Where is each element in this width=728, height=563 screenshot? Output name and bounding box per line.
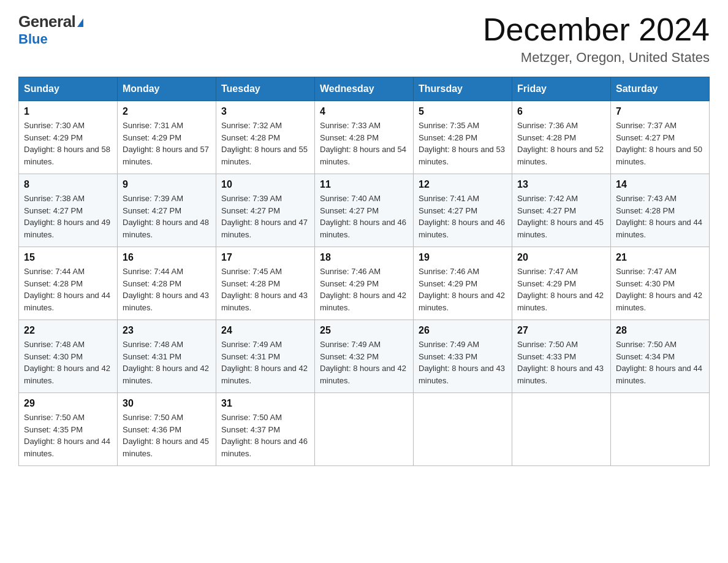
weekday-header-monday: Monday xyxy=(118,77,216,101)
location-title: Metzger, Oregon, United States xyxy=(483,50,710,66)
day-info: Sunrise: 7:37 AMSunset: 4:27 PMDaylight:… xyxy=(616,120,704,167)
day-number: 21 xyxy=(616,252,704,263)
calendar-week-row: 15Sunrise: 7:44 AMSunset: 4:28 PMDayligh… xyxy=(19,247,710,320)
day-number: 2 xyxy=(123,106,211,117)
calendar-cell xyxy=(315,393,414,466)
day-number: 5 xyxy=(419,106,507,117)
weekday-header-thursday: Thursday xyxy=(414,77,512,101)
day-info: Sunrise: 7:32 AMSunset: 4:28 PMDaylight:… xyxy=(221,120,309,167)
day-number: 31 xyxy=(221,398,309,409)
day-number: 23 xyxy=(123,325,211,336)
calendar-cell: 23Sunrise: 7:48 AMSunset: 4:31 PMDayligh… xyxy=(118,320,216,393)
day-info: Sunrise: 7:44 AMSunset: 4:28 PMDaylight:… xyxy=(24,266,112,313)
calendar-cell xyxy=(611,393,710,466)
calendar-week-row: 8Sunrise: 7:38 AMSunset: 4:27 PMDaylight… xyxy=(19,174,710,247)
day-info: Sunrise: 7:47 AMSunset: 4:30 PMDaylight:… xyxy=(616,266,704,313)
day-info: Sunrise: 7:35 AMSunset: 4:28 PMDaylight:… xyxy=(419,120,507,167)
day-info: Sunrise: 7:50 AMSunset: 4:33 PMDaylight:… xyxy=(517,339,605,386)
day-info: Sunrise: 7:36 AMSunset: 4:28 PMDaylight:… xyxy=(517,120,605,167)
day-info: Sunrise: 7:50 AMSunset: 4:37 PMDaylight:… xyxy=(221,412,309,459)
day-info: Sunrise: 7:45 AMSunset: 4:28 PMDaylight:… xyxy=(221,266,309,313)
day-number: 28 xyxy=(616,325,704,336)
calendar-cell: 25Sunrise: 7:49 AMSunset: 4:32 PMDayligh… xyxy=(315,320,414,393)
calendar-cell: 17Sunrise: 7:45 AMSunset: 4:28 PMDayligh… xyxy=(216,247,315,320)
day-info: Sunrise: 7:31 AMSunset: 4:29 PMDaylight:… xyxy=(123,120,211,167)
day-number: 11 xyxy=(320,179,408,190)
weekday-header-saturday: Saturday xyxy=(611,77,710,101)
day-info: Sunrise: 7:41 AMSunset: 4:27 PMDaylight:… xyxy=(419,193,507,240)
title-block: December 2024 Metzger, Oregon, United St… xyxy=(483,12,710,66)
logo-triangle-icon xyxy=(77,18,83,27)
calendar-cell: 15Sunrise: 7:44 AMSunset: 4:28 PMDayligh… xyxy=(19,247,118,320)
calendar-cell xyxy=(414,393,512,466)
day-number: 14 xyxy=(616,179,704,190)
day-number: 4 xyxy=(320,106,408,117)
calendar-cell: 6Sunrise: 7:36 AMSunset: 4:28 PMDaylight… xyxy=(512,101,611,174)
calendar-cell: 1Sunrise: 7:30 AMSunset: 4:29 PMDaylight… xyxy=(19,101,118,174)
day-info: Sunrise: 7:42 AMSunset: 4:27 PMDaylight:… xyxy=(517,193,605,240)
calendar-cell: 24Sunrise: 7:49 AMSunset: 4:31 PMDayligh… xyxy=(216,320,315,393)
weekday-header-sunday: Sunday xyxy=(19,77,118,101)
day-info: Sunrise: 7:43 AMSunset: 4:28 PMDaylight:… xyxy=(616,193,704,240)
calendar-cell: 11Sunrise: 7:40 AMSunset: 4:27 PMDayligh… xyxy=(315,174,414,247)
calendar-cell: 29Sunrise: 7:50 AMSunset: 4:35 PMDayligh… xyxy=(19,393,118,466)
day-number: 17 xyxy=(221,252,309,263)
day-number: 15 xyxy=(24,252,112,263)
calendar-cell: 22Sunrise: 7:48 AMSunset: 4:30 PMDayligh… xyxy=(19,320,118,393)
calendar-cell: 30Sunrise: 7:50 AMSunset: 4:36 PMDayligh… xyxy=(118,393,216,466)
calendar-week-row: 22Sunrise: 7:48 AMSunset: 4:30 PMDayligh… xyxy=(19,320,710,393)
day-info: Sunrise: 7:49 AMSunset: 4:32 PMDaylight:… xyxy=(320,339,408,386)
calendar-cell: 16Sunrise: 7:44 AMSunset: 4:28 PMDayligh… xyxy=(118,247,216,320)
calendar-cell: 13Sunrise: 7:42 AMSunset: 4:27 PMDayligh… xyxy=(512,174,611,247)
day-info: Sunrise: 7:46 AMSunset: 4:29 PMDaylight:… xyxy=(320,266,408,313)
calendar-table: SundayMondayTuesdayWednesdayThursdayFrid… xyxy=(18,77,710,466)
logo-blue-text: Blue xyxy=(18,31,48,47)
day-info: Sunrise: 7:50 AMSunset: 4:34 PMDaylight:… xyxy=(616,339,704,386)
day-info: Sunrise: 7:39 AMSunset: 4:27 PMDaylight:… xyxy=(123,193,211,240)
weekday-header-row: SundayMondayTuesdayWednesdayThursdayFrid… xyxy=(19,77,710,101)
day-number: 13 xyxy=(517,179,605,190)
day-number: 18 xyxy=(320,252,408,263)
day-info: Sunrise: 7:33 AMSunset: 4:28 PMDaylight:… xyxy=(320,120,408,167)
day-info: Sunrise: 7:49 AMSunset: 4:31 PMDaylight:… xyxy=(221,339,309,386)
day-info: Sunrise: 7:40 AMSunset: 4:27 PMDaylight:… xyxy=(320,193,408,240)
day-number: 6 xyxy=(517,106,605,117)
day-info: Sunrise: 7:46 AMSunset: 4:29 PMDaylight:… xyxy=(419,266,507,313)
day-number: 26 xyxy=(419,325,507,336)
calendar-cell: 14Sunrise: 7:43 AMSunset: 4:28 PMDayligh… xyxy=(611,174,710,247)
calendar-cell: 4Sunrise: 7:33 AMSunset: 4:28 PMDaylight… xyxy=(315,101,414,174)
calendar-cell: 10Sunrise: 7:39 AMSunset: 4:27 PMDayligh… xyxy=(216,174,315,247)
day-number: 19 xyxy=(419,252,507,263)
calendar-cell: 27Sunrise: 7:50 AMSunset: 4:33 PMDayligh… xyxy=(512,320,611,393)
day-info: Sunrise: 7:47 AMSunset: 4:29 PMDaylight:… xyxy=(517,266,605,313)
day-info: Sunrise: 7:44 AMSunset: 4:28 PMDaylight:… xyxy=(123,266,211,313)
day-info: Sunrise: 7:50 AMSunset: 4:35 PMDaylight:… xyxy=(24,412,112,459)
day-number: 8 xyxy=(24,179,112,190)
calendar-cell: 7Sunrise: 7:37 AMSunset: 4:27 PMDaylight… xyxy=(611,101,710,174)
calendar-cell: 9Sunrise: 7:39 AMSunset: 4:27 PMDaylight… xyxy=(118,174,216,247)
calendar-cell: 18Sunrise: 7:46 AMSunset: 4:29 PMDayligh… xyxy=(315,247,414,320)
calendar-week-row: 1Sunrise: 7:30 AMSunset: 4:29 PMDaylight… xyxy=(19,101,710,174)
day-info: Sunrise: 7:39 AMSunset: 4:27 PMDaylight:… xyxy=(221,193,309,240)
calendar-cell: 2Sunrise: 7:31 AMSunset: 4:29 PMDaylight… xyxy=(118,101,216,174)
day-info: Sunrise: 7:50 AMSunset: 4:36 PMDaylight:… xyxy=(123,412,211,459)
day-number: 27 xyxy=(517,325,605,336)
day-number: 22 xyxy=(24,325,112,336)
day-number: 16 xyxy=(123,252,211,263)
day-info: Sunrise: 7:48 AMSunset: 4:30 PMDaylight:… xyxy=(24,339,112,386)
day-info: Sunrise: 7:38 AMSunset: 4:27 PMDaylight:… xyxy=(24,193,112,240)
day-number: 3 xyxy=(221,106,309,117)
day-number: 7 xyxy=(616,106,704,117)
logo-general-text: General xyxy=(18,12,83,31)
logo: General Blue xyxy=(18,12,83,47)
calendar-cell: 3Sunrise: 7:32 AMSunset: 4:28 PMDaylight… xyxy=(216,101,315,174)
weekday-header-tuesday: Tuesday xyxy=(216,77,315,101)
month-title: December 2024 xyxy=(483,12,710,47)
calendar-cell: 20Sunrise: 7:47 AMSunset: 4:29 PMDayligh… xyxy=(512,247,611,320)
day-number: 30 xyxy=(123,398,211,409)
day-number: 9 xyxy=(123,179,211,190)
day-number: 12 xyxy=(419,179,507,190)
calendar-cell: 26Sunrise: 7:49 AMSunset: 4:33 PMDayligh… xyxy=(414,320,512,393)
calendar-cell: 21Sunrise: 7:47 AMSunset: 4:30 PMDayligh… xyxy=(611,247,710,320)
calendar-cell xyxy=(512,393,611,466)
